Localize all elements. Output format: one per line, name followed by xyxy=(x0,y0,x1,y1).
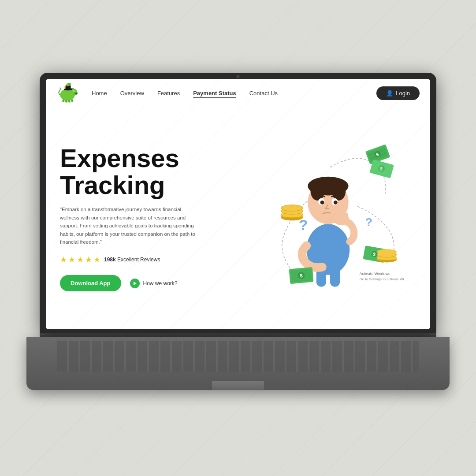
screen: $ xyxy=(46,79,430,329)
star-4: ★ xyxy=(85,255,92,264)
how-work-label: How we work? xyxy=(143,280,178,286)
svg-rect-17 xyxy=(71,99,73,102)
star-rating: ★ ★ ★ ★ ★ xyxy=(60,255,100,264)
nav-links: Home Overview Features Payment Status Co… xyxy=(92,90,376,97)
svg-rect-53 xyxy=(337,213,340,220)
logo-area: $ xyxy=(56,82,78,104)
hero-left: Expenses Tracking "Embark on a transform… xyxy=(60,116,220,320)
nav-contact[interactable]: Contact Us xyxy=(249,90,278,97)
trackpad xyxy=(212,380,264,390)
svg-text:Activate Windows: Activate Windows xyxy=(359,271,390,276)
star-3: ★ xyxy=(77,255,84,264)
navbar: $ xyxy=(46,79,430,107)
website: $ xyxy=(46,79,430,329)
svg-rect-21 xyxy=(68,83,71,86)
svg-point-50 xyxy=(320,201,324,205)
nav-overview[interactable]: Overview xyxy=(120,90,144,97)
svg-rect-14 xyxy=(62,99,64,102)
svg-point-8 xyxy=(76,93,77,94)
hero-right: $ $ xyxy=(220,116,416,320)
star-5: ★ xyxy=(93,255,100,264)
hero-title-line2: Tracking xyxy=(60,171,165,199)
svg-text:Go to Settings to activate Wi.: Go to Settings to activate Wi... xyxy=(359,277,406,281)
svg-point-7 xyxy=(75,93,76,94)
svg-point-46 xyxy=(310,181,324,201)
nav-home[interactable]: Home xyxy=(92,90,107,97)
login-button[interactable]: 👤 Login xyxy=(376,86,420,100)
hero-reviews: ★ ★ ★ ★ ★ 198k Excellent Reviews xyxy=(60,255,220,264)
svg-point-47 xyxy=(331,181,346,201)
nav-payment-status[interactable]: Payment Status xyxy=(193,90,236,97)
keyboard-keys xyxy=(57,341,419,372)
nav-features[interactable]: Features xyxy=(157,90,180,97)
user-icon: 👤 xyxy=(386,90,393,97)
page-wrapper: $ xyxy=(0,0,476,476)
svg-rect-16 xyxy=(68,100,71,103)
logo-piggy: $ xyxy=(56,82,78,104)
svg-point-68 xyxy=(377,249,396,254)
laptop-hinge xyxy=(40,333,436,337)
laptop: $ xyxy=(40,73,436,403)
hero-section: Expenses Tracking "Embark on a transform… xyxy=(46,107,430,329)
review-count-text: 198k Excellent Reviews xyxy=(104,257,160,263)
svg-point-6 xyxy=(74,92,78,95)
hero-subtitle: "Embark on a transformative journey towa… xyxy=(60,205,201,246)
how-we-work-button[interactable]: How we work? xyxy=(130,279,178,288)
svg-point-10 xyxy=(74,90,75,91)
hero-illustration: $ $ xyxy=(220,126,416,311)
svg-rect-54 xyxy=(341,212,344,220)
svg-rect-55 xyxy=(345,213,348,220)
screen-bezel: $ xyxy=(40,73,436,333)
login-label: Login xyxy=(396,90,410,97)
star-2: ★ xyxy=(68,255,75,264)
svg-point-51 xyxy=(333,201,337,205)
hero-title-line1: Expenses xyxy=(60,144,179,172)
hero-title: Expenses Tracking xyxy=(60,145,220,199)
star-1: ★ xyxy=(60,255,67,264)
keyboard-area xyxy=(26,337,450,390)
svg-rect-15 xyxy=(65,100,67,103)
svg-text:?: ? xyxy=(298,216,308,233)
hero-buttons: Download App How we work? xyxy=(60,275,220,291)
svg-text:?: ? xyxy=(365,216,372,229)
download-app-button[interactable]: Download App xyxy=(60,275,121,291)
play-icon xyxy=(130,279,140,288)
